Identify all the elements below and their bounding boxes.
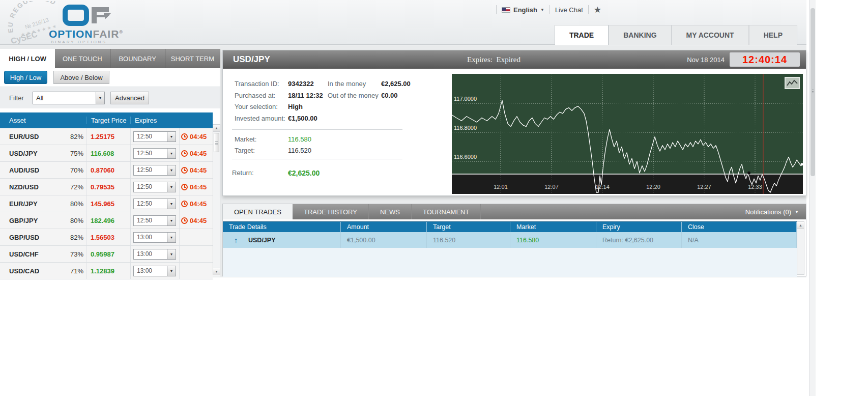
optionfair-app: EU REGULATED № 216/13 ★ ★ ★ ★ ★ ★ ★ CySE… [0,0,816,396]
column-divider [130,212,131,229]
trade-expiry: Return: €2,625.00 [596,232,682,248]
expiry-select[interactable]: 13:00▼ [133,232,176,243]
expiry-select[interactable]: 12:50▼ [133,165,176,176]
of-mark-o [65,7,86,23]
tab-boundary[interactable]: BOUNDARY [110,49,165,68]
asset-target-price: 0.87060 [91,166,114,174]
asset-list-scrollbar[interactable]: ▲ ▼ [213,124,220,275]
asset-target-price: 182.496 [91,217,114,224]
expiry-select-value: 13:00 [134,233,167,242]
countdown-clock-icon [181,150,188,157]
scroll-up-arrow[interactable]: ▲ [213,125,220,132]
asset-row[interactable]: USD/JPY75%116.60812:50▼04:45 [0,145,213,162]
chevron-down-icon[interactable]: ▼ [167,149,176,158]
trade-details-cell: ↑USD/JPY [223,232,341,248]
expiry-select-value: 12:50 [134,199,167,209]
market-label: Market: [235,135,256,143]
brand-option: OPTION [49,28,93,40]
trade-row[interactable]: ↑USD/JPY€1,500.00116.520116.580Return: €… [223,232,797,248]
column-divider [130,145,131,161]
tab-trade-history[interactable]: TRADE HISTORY [293,204,369,219]
asset-row[interactable]: AUD/USD70%0.8706012:50▼04:45 [0,162,213,179]
tab-news[interactable]: NEWS [369,204,412,219]
asset-target-price: 1.56503 [91,234,114,241]
chevron-down-icon[interactable]: ▼ [167,132,176,142]
tab-one-touch[interactable]: ONE TOUCH [55,49,110,68]
scroll-up-arrow[interactable]: ▲ [797,222,804,229]
column-divider [179,128,180,145]
asset-row[interactable]: NZD/USD72%0.7953512:50▼04:45 [0,179,213,195]
chevron-down-icon[interactable]: ▼ [167,249,176,259]
chart-type-icon[interactable] [785,77,800,89]
live-chat-link[interactable]: Live Chat [555,6,583,14]
scroll-down-arrow[interactable]: ▼ [213,268,220,275]
nav-tab-help[interactable]: HELP [749,25,797,45]
expiry-select[interactable]: 13:00▼ [133,266,176,276]
chevron-down-icon[interactable]: ▼ [167,165,176,175]
column-target-price: Target Price [86,117,130,124]
column-divider [86,212,87,229]
price-chart-canvas: 117.0000116.8000116.600012:0112:0712:141… [452,74,803,194]
asset-payout: 75% [55,150,83,157]
tab-short-term[interactable]: SHORT TERM [165,49,220,68]
nav-tab-banking[interactable]: BANKING [609,25,671,45]
tab-high-low[interactable]: HIGH / LOW [0,49,55,68]
chevron-down-icon[interactable]: ▼ [167,266,176,276]
page-scrollbar[interactable] [809,0,816,396]
above-below-mode-button[interactable]: Above / Below [53,71,109,84]
trades-table-header: Trade DetailsAmountTargetMarketExpiryClo… [223,221,797,232]
expiry-select[interactable]: 12:50▼ [133,131,176,142]
tab-open-trades[interactable]: OPEN TRADES [223,204,293,219]
brand-fair: FAIR [93,28,120,40]
chevron-down-icon[interactable]: ▼ [167,233,176,242]
expiry-select[interactable]: 12:50▼ [133,148,176,159]
trade-target: 116.520 [427,232,510,248]
column-divider [179,179,180,195]
trades-column-expiry: Expiry [596,222,682,232]
notifications-dropdown[interactable]: Notifications (0) ▼ [745,204,799,219]
brand-wordmark: OPTIONFAIR® [49,28,123,40]
asset-row[interactable]: USD/CHF73%0.9598713:00▼ [0,246,213,263]
asset-payout: 72% [55,183,83,191]
position-symbol: USD/JPY [233,54,270,65]
return-value: €2,625.00 [288,169,320,177]
countdown: 04:45 [181,150,207,157]
x-axis-label: 12:07 [544,184,559,190]
expiry-select[interactable]: 12:50▼ [133,199,176,209]
page-scrollbar-thumb[interactable] [811,8,815,176]
filter-select[interactable]: All ▼ [33,92,105,104]
asset-row[interactable]: EUR/JPY80%145.96512:50▼04:45 [0,195,213,212]
chart-plot-area [452,74,803,174]
nav-tab-trade[interactable]: TRADE [555,25,609,45]
scrollbar-thumb[interactable] [214,133,219,152]
asset-row[interactable]: GBP/JPY80%182.49612:50▼04:45 [0,212,213,229]
nav-tab-my-account[interactable]: MY ACCOUNT [672,25,749,45]
tab-tournament[interactable]: TOURNAMENT [412,204,481,219]
chevron-down-icon[interactable]: ▼ [167,216,176,225]
expiry-select[interactable]: 12:50▼ [133,215,176,226]
chevron-down-icon[interactable]: ▼ [167,199,176,209]
position-card: USD/JPY Expires: Expired Nov 18 2014 12:… [222,50,806,196]
expiry-select[interactable]: 13:00▼ [133,249,176,260]
advanced-filter-button[interactable]: Advanced [110,92,149,104]
x-axis-label: 12:20 [646,184,660,190]
asset-target-price: 1.12839 [91,267,114,275]
chevron-down-icon[interactable]: ▼ [167,182,176,192]
high-low-mode-button[interactable]: High / Low [4,71,47,84]
trades-scrollbar[interactable]: ▲ [797,221,804,275]
divider [549,5,550,14]
asset-name: GBP/JPY [9,217,38,224]
asset-name: EUR/USD [9,133,39,140]
asset-name: USD/CAD [9,267,39,275]
language-selector[interactable]: English ▼ [502,6,544,14]
x-axis-label: 12:33 [748,184,762,190]
asset-row[interactable]: GBP/USD82%1.5650313:00▼ [0,229,213,246]
chevron-down-icon[interactable]: ▼ [96,92,104,104]
asset-row[interactable]: EUR/USD82%1.2517512:50▼04:45 [0,128,213,145]
asset-row[interactable]: USD/CAD71%1.1283913:00▼ [0,263,213,279]
expiry-select[interactable]: 12:50▼ [133,182,176,192]
expiry-select-value: 12:50 [134,216,167,225]
favorite-star-icon[interactable]: ★ [594,5,601,15]
filter-select-value: All [33,92,96,104]
column-divider [179,195,180,212]
